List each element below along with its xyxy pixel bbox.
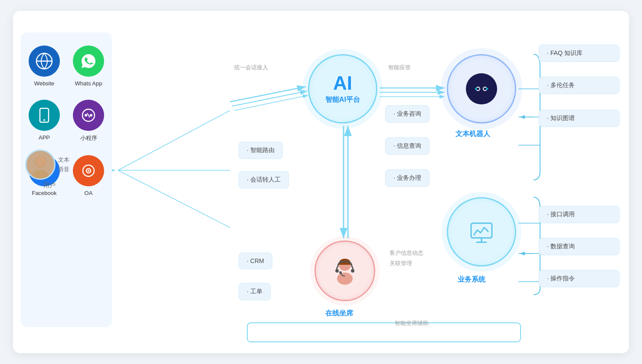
feature-multi-round: · 多伦任务 [539, 77, 619, 94]
svg-point-31 [85, 114, 87, 117]
seat-circle [314, 240, 375, 301]
label-related-mgmt: 关联管理 [390, 260, 412, 267]
label-smart-assist: 智能坐席辅助 [395, 319, 429, 327]
feature-work-order: · 工单 [239, 283, 271, 300]
feature-transfer-human: · 会话转人工 [239, 171, 289, 188]
main-card: Website Whats App APP 小程序 [13, 11, 629, 353]
whatsapp-icon [73, 46, 104, 77]
biz-system-label: 业务系统 [458, 275, 485, 284]
label-voice: 语音 [58, 166, 69, 173]
svg-rect-25 [247, 323, 521, 342]
facebook-label: Facebook [32, 190, 56, 196]
label-smart-response: 智能应答 [388, 64, 411, 72]
feature-api-call: · 接口调用 [539, 206, 619, 223]
channel-row-2: APP 小程序 [29, 100, 104, 142]
robot-icon [466, 73, 497, 104]
label-unified-entry: 统一会话接入 [234, 64, 268, 72]
svg-line-8 [118, 170, 230, 228]
svg-line-11 [234, 95, 308, 110]
svg-line-9 [230, 87, 306, 102]
svg-point-53 [351, 269, 354, 273]
miniapp-label: 小程序 [80, 134, 97, 142]
feature-faq: · FAQ 知识库 [539, 45, 619, 62]
feature-knowledge-graph: · 知识图谱 [539, 110, 619, 127]
svg-line-6 [118, 110, 230, 170]
biz-system-icon [469, 220, 494, 244]
user-avatar [25, 150, 56, 180]
ai-platform-label: 智能AI平台 [325, 95, 360, 104]
svg-point-54 [339, 271, 342, 274]
feature-data-query: · 数据查询 [539, 238, 619, 255]
svg-point-32 [90, 114, 92, 117]
feature-smart-route: · 智能路由 [239, 142, 283, 159]
app-label: APP [39, 134, 50, 141]
user-section: 文本 语音 用户 [25, 150, 69, 189]
svg-point-38 [33, 170, 49, 179]
oa-label: OA [85, 190, 93, 196]
channel-oa: OA [73, 155, 104, 196]
oa-icon [73, 155, 104, 186]
svg-line-10 [232, 91, 307, 106]
svg-line-33 [87, 113, 90, 117]
svg-point-29 [43, 119, 45, 121]
text-robot-label: 文本机器人 [455, 130, 490, 139]
svg-point-51 [337, 273, 353, 285]
ai-text: AI [333, 74, 352, 93]
channel-website: Website [29, 46, 60, 87]
svg-point-36 [88, 170, 89, 172]
svg-point-52 [335, 269, 339, 273]
svg-point-43 [477, 88, 479, 90]
feature-info-query: · 信息查询 [385, 137, 429, 155]
whatsapp-label: Whats App [75, 80, 102, 87]
text-robot-circle [447, 54, 516, 124]
channel-miniapp: 小程序 [73, 100, 104, 142]
feature-biz-consult: · 业务咨询 [385, 105, 429, 123]
seat-icon [329, 255, 360, 286]
channel-app: APP [29, 100, 60, 141]
channel-whatsapp: Whats App [73, 46, 104, 87]
label-text: 文本 [58, 156, 69, 164]
label-customer-info: 客户信息动态 [390, 249, 423, 257]
seat-label: 在线坐席 [325, 309, 353, 318]
website-icon [29, 46, 60, 77]
website-label: Website [34, 80, 55, 87]
feature-op-cmd: · 操作指令 [539, 270, 619, 287]
biz-system-circle [447, 197, 516, 266]
ai-platform-circle: AI 智能AI平台 [308, 54, 377, 124]
feature-crm: · CRM [239, 253, 272, 269]
feature-biz-process: · 业务办理 [385, 169, 429, 187]
svg-point-44 [484, 88, 486, 90]
user-name-label: 用户 [29, 182, 69, 189]
app-icon [29, 100, 60, 131]
miniapp-icon [73, 100, 104, 131]
channel-row-1: Website Whats App [29, 46, 104, 87]
